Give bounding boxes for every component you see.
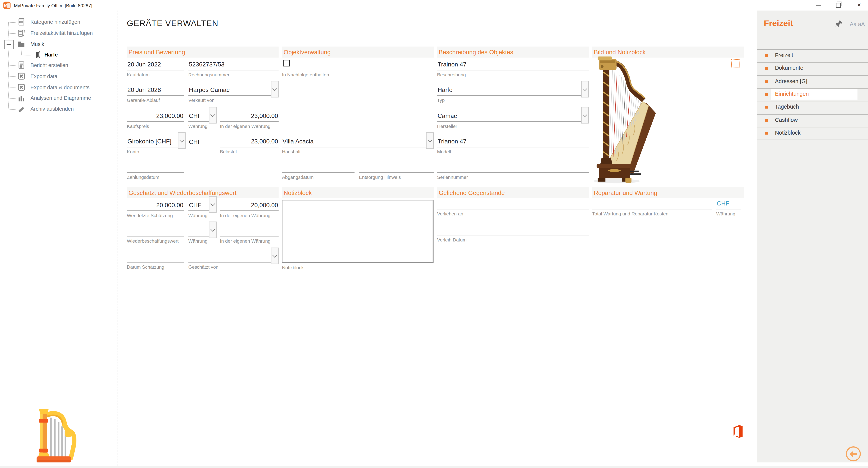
notizblock-textarea[interactable] [282, 200, 434, 263]
verliehen-an-field[interactable] [437, 196, 589, 209]
sidebar-item-archiv[interactable]: Archiv ausblenden [30, 106, 74, 112]
tree-connector [9, 65, 16, 66]
panel-item-dokumente[interactable]: Dokumente [775, 65, 803, 71]
verkauft-von-dropdown[interactable] [271, 81, 278, 97]
restore-button[interactable] [830, 0, 846, 10]
pushpin-icon[interactable] [835, 20, 843, 28]
geschaetzt-von-dropdown[interactable] [271, 248, 278, 264]
kaufspreis-label: Kaufspreis [127, 124, 149, 129]
font-size-toggle[interactable]: Aa aA [850, 21, 865, 27]
sidebar-item-export-data[interactable]: Export data [30, 73, 58, 79]
panel-divider [757, 139, 868, 140]
rechnungsnummer-field[interactable]: 52362737/53 [188, 57, 278, 70]
panel-item-notizblock[interactable]: Notizblock [775, 130, 800, 136]
sidebar-item-analysen[interactable]: Analysen und Diagramme [30, 95, 91, 101]
panel-item-einrichtungen[interactable]: Einrichtungen [775, 91, 809, 97]
sidebar-item-export-docs[interactable]: Export data & documents [30, 84, 90, 90]
notizblock-label: Notizblock [282, 264, 304, 270]
kaufdatum-field[interactable]: 20 Jun 2022 [127, 57, 184, 70]
waehrung-dropdown[interactable] [209, 107, 216, 124]
folder-icon [18, 40, 25, 48]
panel-item-freizeit[interactable]: Freizeit [775, 52, 793, 58]
section-header-notizblock: Notizblock [282, 187, 434, 198]
bullet-icon [765, 67, 768, 70]
haushalt-dropdown[interactable] [426, 132, 434, 149]
garantie-ablauf-label: Garantie-Ablauf [127, 97, 160, 103]
seriennummer-field[interactable] [437, 159, 589, 173]
tree-connector [22, 55, 32, 55]
wert-letzte-schaetzung-field[interactable]: 20,000.00 [127, 198, 184, 211]
schaetzung-eigene-field[interactable]: 20,000.00 [220, 198, 279, 211]
minimize-button[interactable] [810, 0, 827, 10]
sidebar-item-kategorie[interactable]: Kategorie hinzufügen [30, 19, 80, 25]
abgangsdatum-label: Abgangsdatum [282, 175, 313, 180]
wiederbeschaffungswert-label: Wiederbeschaffungswert [127, 238, 179, 244]
konto-label: Konto [127, 149, 139, 155]
excel-export-icon [18, 72, 25, 80]
bar-chart-icon [18, 94, 25, 102]
typ-field[interactable]: Harfe [437, 83, 589, 96]
total-wartung-field[interactable] [592, 196, 712, 209]
panel-item-adressen[interactable]: Adressen [G] [775, 78, 807, 84]
window-title: MyPrivate Family Office [Build 80287] [14, 3, 92, 8]
hersteller-label: Hersteller [437, 124, 457, 129]
tree-connector [9, 98, 16, 99]
wiederbeschaffungswert-field[interactable] [127, 223, 184, 237]
sidebar-item-freizeitaktivitaet[interactable]: Freizeitaktivität hinzufügen [30, 30, 93, 36]
panel-title: Freizeit [764, 18, 793, 28]
kaufspreis-field[interactable]: 23,000.00 [127, 108, 184, 122]
sidebar-item-harfe[interactable]: Harfe [44, 51, 58, 57]
panel-divider [757, 62, 868, 63]
datum-schaetzung-label: Datum Schätzung [127, 264, 164, 270]
zahlungsdatum-field[interactable] [127, 159, 184, 173]
panel-divider [757, 127, 868, 127]
close-button[interactable]: ✕ [851, 0, 867, 10]
tree-collapse-toggle[interactable] [4, 40, 14, 49]
panel-divider [757, 88, 868, 89]
panel-item-cashflow[interactable]: Cashflow [775, 117, 798, 123]
tree-connector [9, 22, 16, 23]
eigene-waehrung-field[interactable]: 23,000.00 [220, 108, 279, 122]
nachfolge-label: In Nachfolge enthalten [282, 72, 329, 77]
reparatur-waehrung-label: Währung [716, 211, 736, 217]
belastet-waehrung-field: CHF [188, 134, 208, 147]
schaetzung-waehrung-dropdown[interactable] [209, 196, 216, 213]
sidebar-item-bericht[interactable]: Bericht erstellen [30, 62, 68, 68]
app-window: M MyPrivate Family Office [Build 80287] … [0, 0, 868, 468]
chevron-down-icon [179, 137, 184, 142]
verleih-datum-field[interactable] [437, 222, 589, 235]
geschaetzt-von-field[interactable] [188, 249, 278, 262]
tree-connector [21, 49, 22, 55]
typ-dropdown[interactable] [581, 81, 589, 97]
close-icon: ✕ [857, 2, 861, 8]
abgangsdatum-field[interactable] [282, 159, 354, 173]
modell-field[interactable]: Trianon 47 [437, 134, 589, 147]
konto-field[interactable]: Girokonto [CHF] [127, 134, 186, 147]
nachfolge-checkbox[interactable] [283, 60, 290, 66]
panel-item-tagebuch[interactable]: Tagebuch [775, 103, 799, 110]
entsorgung-field[interactable] [359, 159, 434, 173]
haushalt-field[interactable]: Villa Acacia [282, 134, 434, 147]
back-button[interactable] [846, 446, 861, 461]
konto-dropdown[interactable] [178, 132, 185, 149]
rechnungsnummer-label: Rechnungsnummer [188, 72, 229, 77]
bullet-icon [765, 106, 768, 108]
datum-schaetzung-field[interactable] [127, 249, 184, 262]
wieder-eigene-field[interactable] [220, 223, 279, 237]
belastet-field[interactable]: 23,000.00 [220, 134, 279, 147]
eigene-waehrung-label: In der eigenen Währung [220, 124, 271, 129]
reparatur-waehrung-field[interactable]: CHF [716, 196, 741, 209]
bullet-icon [765, 93, 768, 96]
hersteller-dropdown[interactable] [581, 107, 589, 124]
sidebar-item-musik[interactable]: Musik [30, 41, 44, 47]
page-title: GERÄTE VERWALTEN [127, 18, 218, 28]
hersteller-field[interactable]: Camac [437, 108, 589, 122]
zahlungsdatum-label: Zahlungsdatum [127, 175, 159, 180]
image-selection-handle[interactable] [731, 59, 740, 68]
garantie-ablauf-field[interactable]: 20 Jun 2028 [127, 83, 184, 96]
wieder-waehrung-dropdown[interactable] [209, 222, 216, 238]
verkauft-von-field[interactable]: Harpes Camac [188, 83, 278, 96]
typ-label: Typ [437, 97, 445, 103]
beschreibung-field[interactable]: Trainon 47 [437, 57, 589, 70]
excel-export-icon [18, 84, 25, 91]
